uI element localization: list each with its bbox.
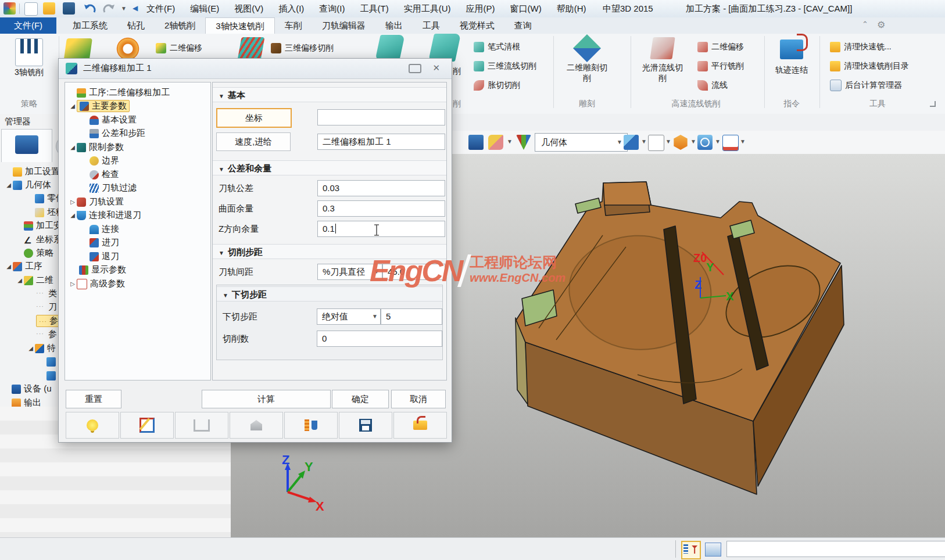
dialog-close-icon[interactable]: ✕	[432, 63, 440, 73]
dtree-advanced-params[interactable]: ▷高级参数	[65, 277, 211, 290]
polyhedron-dropdown-icon[interactable]: ▼	[690, 138, 696, 145]
tab-inquire[interactable]: 查询	[504, 17, 542, 34]
menu-tools[interactable]: 工具(T)	[360, 3, 389, 15]
collapse-ribbon-icon[interactable]: ⌃	[862, 20, 868, 28]
shaded-dropdown-icon[interactable]: ▼	[641, 138, 647, 145]
menu-view[interactable]: 视图(V)	[234, 3, 263, 15]
dtree-link-leads[interactable]: ◢连接和进退刀	[65, 209, 211, 222]
offset3d-big-icon[interactable]	[237, 37, 264, 60]
hsm-flowline-button[interactable]: 流线	[697, 79, 728, 92]
stepdown-mode-select[interactable]: 绝对值▼	[317, 308, 381, 325]
stepover-value-input[interactable]: 45.0	[382, 264, 445, 280]
save-icon[interactable]	[63, 2, 75, 15]
settings-gear-icon[interactable]: ⚙	[877, 19, 885, 30]
toolpath-tolerance-input[interactable]: 0.03	[317, 180, 445, 196]
tab-toolpath-editor[interactable]: 刀轨编辑器	[312, 17, 375, 34]
menu-insert[interactable]: 插入(I)	[278, 3, 304, 15]
walkthrough-icon[interactable]	[468, 135, 484, 150]
3axis-milling-button[interactable]: 3轴铣削	[3, 37, 55, 94]
status-input[interactable]	[726, 541, 945, 557]
section-basic[interactable]: ▼基本	[213, 87, 446, 102]
display-filter-combobox[interactable]: 几何体 ▼	[535, 133, 628, 152]
tool-holder-button[interactable]	[284, 412, 338, 439]
dtree-limit-params[interactable]: ◢限制参数	[65, 141, 211, 154]
filter-icon[interactable]	[516, 135, 531, 150]
notes-panel-icon[interactable]	[705, 543, 721, 557]
open-file-icon[interactable]	[43, 2, 55, 15]
dtree-toolpath-filter[interactable]: 刀轨过滤	[65, 181, 211, 195]
eraser-icon[interactable]	[488, 135, 503, 150]
section-dropdown-icon[interactable]: ▼	[740, 138, 746, 145]
offset2d-button[interactable]: 二维偏移	[156, 42, 202, 55]
section-view-icon[interactable]	[722, 135, 739, 151]
shaded-cube-icon[interactable]	[624, 135, 639, 150]
wireframe-cube-icon[interactable]	[648, 135, 664, 151]
dialog-launcher-icon[interactable]	[930, 101, 936, 107]
background-calc-manager-button[interactable]: 后台计算管理器	[830, 79, 902, 92]
hsm-offset2d-button[interactable]: 二维偏移	[697, 41, 744, 53]
reset-button[interactable]: 重置	[66, 390, 121, 408]
eraser-dropdown-icon[interactable]: ▼	[507, 138, 513, 145]
wireframe-dropdown-icon[interactable]: ▼	[665, 138, 671, 145]
flowline3d-button[interactable]: 三维流线切削	[474, 60, 536, 73]
stepdown-value-input[interactable]: 5	[381, 308, 442, 325]
dtree-tolerance-step[interactable]: 公差和步距	[65, 127, 211, 140]
new-file-icon[interactable]	[24, 2, 38, 16]
clean-quick-mill-button[interactable]: 清理快速铣...	[830, 41, 892, 53]
menu-edit[interactable]: 编辑(E)	[190, 3, 219, 15]
tab-turning[interactable]: 车削	[275, 17, 312, 34]
stepover-mode-select[interactable]: %刀具直径▼	[317, 264, 382, 280]
dtree-boundary[interactable]: 边界	[65, 154, 211, 167]
menu-utilities[interactable]: 实用工具(U)	[404, 3, 451, 15]
polyhedron-view-icon[interactable]	[673, 135, 688, 150]
dtree-basic-settings[interactable]: 基本设置	[65, 113, 211, 127]
zoom-document-icon[interactable]	[697, 135, 713, 150]
tab-file[interactable]: 文件(F)	[0, 17, 56, 34]
section-stepover[interactable]: ▼切削步距	[213, 244, 446, 259]
edit-button[interactable]	[120, 412, 174, 439]
spiral-sheet-icon[interactable]	[428, 34, 461, 62]
dtree-operation[interactable]: 工序:二维偏移粗加工	[65, 86, 211, 99]
tab-tools[interactable]: 工具	[413, 17, 450, 34]
tab-drilling[interactable]: 钻孔	[117, 17, 155, 34]
menu-inquire[interactable]: 查询(I)	[319, 3, 345, 15]
flowline-sheet-icon[interactable]	[375, 35, 405, 60]
section-stepdown[interactable]: ▼下切步距	[217, 286, 442, 301]
spiral-milling-icon[interactable]	[116, 37, 139, 60]
dtree-display-params[interactable]: 显示参数	[65, 263, 211, 277]
menu-file[interactable]: 文件(F)	[146, 3, 175, 15]
collapse-left-icon[interactable]: ◀	[133, 4, 138, 12]
smooth-flowline-button[interactable]: 光滑流线切 削	[635, 35, 690, 84]
tab-3axis-quick-milling[interactable]: 3轴快速铣削	[205, 17, 274, 34]
ok-button[interactable]: 确定	[332, 390, 389, 408]
zoom-dropdown-icon[interactable]: ▼	[715, 138, 721, 145]
load-from-library-button[interactable]	[393, 412, 447, 439]
engrave2d-button[interactable]: 二维雕刻切 削	[557, 35, 617, 84]
tool-panel-toggle-button[interactable]	[681, 541, 701, 559]
cut-count-input[interactable]: 0	[317, 331, 442, 347]
hint-button[interactable]	[66, 412, 119, 439]
hsm-parallel-button[interactable]: 平行铣削	[697, 60, 744, 73]
coordinate-button[interactable]: 坐标	[216, 108, 292, 128]
pencil-cleanup-button[interactable]: 笔式清根	[474, 41, 520, 53]
dtree-link[interactable]: 连接	[65, 222, 211, 236]
z-stock-input[interactable]: 0.1	[317, 221, 445, 237]
calculate-button[interactable]: 计算	[202, 390, 331, 408]
redo-icon[interactable]	[102, 3, 116, 15]
offset3d-button[interactable]: 三维偏移切削	[271, 42, 334, 55]
tab-output[interactable]: 输出	[375, 17, 413, 34]
undo-icon[interactable]	[83, 3, 96, 15]
tab-visual-style[interactable]: 视觉样式	[450, 17, 504, 34]
expand-cut-button[interactable]: 胀切切削	[474, 79, 520, 92]
manager-tab-cam[interactable]	[1, 129, 52, 162]
save-operation-button[interactable]	[339, 412, 392, 439]
clean-quick-mill-dir-button[interactable]: 清理快速铣削目录	[830, 60, 909, 73]
menu-help[interactable]: 帮助(H)	[557, 3, 586, 15]
dtree-lead-in[interactable]: 进刀	[65, 236, 211, 249]
dtree-main-params[interactable]: ◢主要参数	[65, 99, 211, 113]
cancel-button[interactable]: 取消	[391, 390, 446, 408]
operation-name-input[interactable]: 二维偏移粗加工 1	[317, 134, 445, 150]
quick-access-dropdown-icon[interactable]: ▼	[121, 5, 127, 12]
tab-2axis-milling[interactable]: 2轴铣削	[155, 17, 205, 34]
dtree-check[interactable]: 检查	[65, 168, 211, 181]
